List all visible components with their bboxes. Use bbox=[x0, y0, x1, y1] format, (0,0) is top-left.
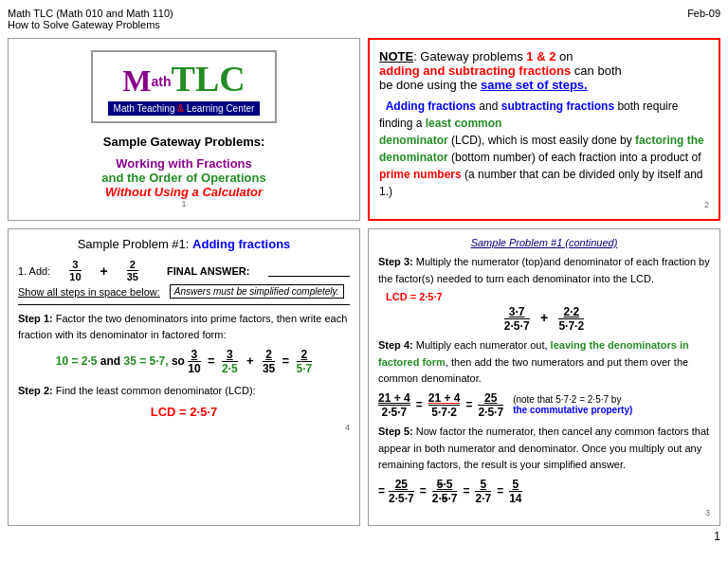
s4-frac-c: 25 2·5·7 bbox=[478, 391, 503, 419]
frac2-den: 35 bbox=[127, 271, 138, 282]
s5-sep3: = bbox=[497, 484, 503, 498]
commutative-prop: the commutative property) bbox=[513, 405, 632, 415]
step3-fracs: 3·7 2·5·7 + 2·2 5·7·2 bbox=[378, 305, 710, 333]
s4-sep1: = bbox=[416, 398, 423, 411]
problem1-title: Sample Problem #1: Adding fractions bbox=[18, 237, 350, 251]
step1-math: 10 = 2·5 and 35 = 5·7, so 3 10 = 3 2·5 +… bbox=[18, 348, 350, 375]
eq-sep: = bbox=[208, 354, 215, 368]
sample-title: Sample Gateway Problems: bbox=[103, 135, 265, 149]
frac3f-den: 2·5 bbox=[222, 362, 238, 375]
s4-sep2: = bbox=[465, 398, 472, 411]
s5b-num: 5·5 bbox=[432, 478, 458, 492]
s4-frac-a: 21 + 4 2·5·7 bbox=[378, 391, 410, 419]
step3-bold: Step 3: bbox=[378, 256, 413, 267]
step3-lcd: LCD = 2·5·7 bbox=[386, 291, 710, 302]
s5d-num: 5 bbox=[509, 478, 521, 492]
eq2: 35 = 5·7, bbox=[124, 354, 169, 368]
final-answer-label: FINAL ANSWER: bbox=[167, 265, 249, 277]
working-fractions: Working with Fractions bbox=[116, 156, 252, 171]
step3-lcd-eq: LCD = 2·5·7 bbox=[386, 291, 443, 302]
s4c-den: 2·5·7 bbox=[478, 406, 503, 419]
s5-eq-sign: = bbox=[378, 484, 385, 498]
order-ops: and the Order of Operations bbox=[101, 171, 265, 185]
step1-bold: Step 1: bbox=[18, 313, 53, 324]
s3b-den: 5·7·2 bbox=[558, 319, 584, 333]
show-steps-label: Show all steps in space below: bbox=[18, 286, 160, 298]
show-steps: Show all steps in space below: Answers m… bbox=[18, 284, 350, 299]
plus-sign: + bbox=[100, 263, 108, 279]
page-number: 1 bbox=[8, 530, 720, 543]
card3-num: 4 bbox=[18, 423, 350, 432]
s3a-num: 3·7 bbox=[504, 305, 530, 319]
logo-subtitle: Math Teaching & Learning Center bbox=[108, 101, 261, 116]
adding-label: Adding fractions bbox=[192, 237, 290, 251]
so-word: so bbox=[172, 354, 185, 368]
frac2-num: 2 bbox=[127, 259, 138, 271]
and-word: and bbox=[100, 354, 120, 368]
header-date: Feb-09 bbox=[687, 8, 720, 30]
frac4-factored: 2 5·7 bbox=[297, 348, 313, 375]
card-problem1: Sample Problem #1: Adding fractions 1. A… bbox=[8, 228, 360, 526]
s5-frac-b: 5·5 2·5·7 bbox=[432, 478, 458, 505]
commutative-note: (note that 5·7·2 = 2·5·7 bythe commutati… bbox=[513, 394, 632, 415]
eq1: 10 = 2·5 bbox=[56, 354, 98, 368]
logo-box: MathTLC Math Teaching & Learning Center bbox=[91, 50, 278, 123]
frac3: 3 10 bbox=[188, 348, 200, 375]
note-word: NOTE bbox=[379, 49, 413, 63]
logo-ath: ath bbox=[152, 74, 172, 89]
step5-math: = 25 2·5·7 = 5·5 2·5·7 = 5 2·7 = 5 14 bbox=[378, 478, 710, 505]
step5: Step 5: Now factor the numerator, then c… bbox=[378, 424, 710, 474]
s5c-den: 2·7 bbox=[475, 492, 491, 505]
s5d-den: 14 bbox=[509, 492, 521, 505]
card-note: NOTE: Gateway problems 1 & 2 onadding an… bbox=[368, 38, 720, 221]
answers-note: Answers must be simplified completely. bbox=[170, 284, 344, 299]
logo-m: M bbox=[122, 63, 151, 98]
adding-fractions: Adding fractions bbox=[386, 100, 476, 113]
card2-num: 2 bbox=[379, 200, 709, 209]
step5-text: Now factor the numerator, then cancel an… bbox=[378, 426, 709, 470]
s5-frac-d: 5 14 bbox=[509, 478, 521, 505]
s5-sep2: = bbox=[463, 484, 469, 498]
s4b-num: 21 + 4 bbox=[428, 391, 461, 406]
s3b-num: 2·2 bbox=[558, 305, 584, 319]
frac4-num: 2 bbox=[263, 348, 275, 362]
step5-bold: Step 5: bbox=[378, 426, 413, 437]
frac1-den: 10 bbox=[69, 271, 81, 282]
step4: Step 4: Multiply each numerator out, lea… bbox=[378, 337, 710, 388]
lcd-text: least commondenominator bbox=[379, 117, 501, 147]
plus3: + bbox=[246, 354, 254, 368]
card-logo: MathTLC Math Teaching & Learning Center … bbox=[8, 38, 360, 221]
final-answer-blank bbox=[268, 264, 350, 277]
note-text2: on bbox=[555, 49, 573, 63]
s5-frac-a: 25 2·5·7 bbox=[389, 478, 414, 505]
frac4: 2 35 bbox=[263, 348, 275, 375]
frac3-factored: 3 2·5 bbox=[222, 348, 238, 375]
s5a-num: 25 bbox=[389, 478, 414, 492]
s4c-num: 25 bbox=[478, 391, 503, 406]
step4-math: 21 + 4 2·5·7 = 21 + 4 5·7·2 = 25 2·5·7 (… bbox=[378, 391, 710, 419]
frac3-num: 3 bbox=[188, 348, 200, 362]
main-grid: MathTLC Math Teaching & Learning Center … bbox=[8, 38, 720, 526]
note-header: NOTE: Gateway problems 1 & 2 onadding an… bbox=[379, 49, 709, 92]
frac4f-num: 2 bbox=[297, 348, 313, 362]
step3: Step 3: Multiply the numerator (top)and … bbox=[378, 254, 710, 287]
frac3-den1: 10 bbox=[188, 362, 200, 375]
header-line1: Math TLC (Math 010 and Math 110) bbox=[8, 8, 173, 19]
subtracting-fractions: subtracting fractions bbox=[501, 100, 614, 113]
note-body: Adding fractions and subtracting fractio… bbox=[379, 98, 709, 200]
frac1-num: 3 bbox=[69, 259, 81, 271]
card4-num: 3 bbox=[378, 508, 710, 517]
step4-text: Multiply each numerator out, bbox=[413, 339, 551, 351]
frac4f-den: 5·7 bbox=[297, 362, 313, 375]
frac2-inline: 2 35 bbox=[127, 259, 138, 282]
s4a-num: 21 + 4 bbox=[378, 391, 410, 406]
fraction1: 3 10 bbox=[69, 259, 81, 282]
s4-frac-b: 21 + 4 5·7·2 bbox=[428, 391, 461, 419]
lcd-eq: LCD = 2·5·7 bbox=[151, 405, 217, 419]
add-row: 1. Add: 3 10 + 2 35 FINAL ANSWER: bbox=[18, 259, 350, 282]
frac1-inline: 3 10 bbox=[69, 259, 81, 282]
s4a-den: 2·5·7 bbox=[378, 406, 410, 419]
step2: Step 2: Find the least common denominato… bbox=[18, 383, 350, 399]
problem-label: 1. Add: bbox=[18, 265, 50, 277]
note-text1: : Gateway problems bbox=[413, 49, 526, 63]
